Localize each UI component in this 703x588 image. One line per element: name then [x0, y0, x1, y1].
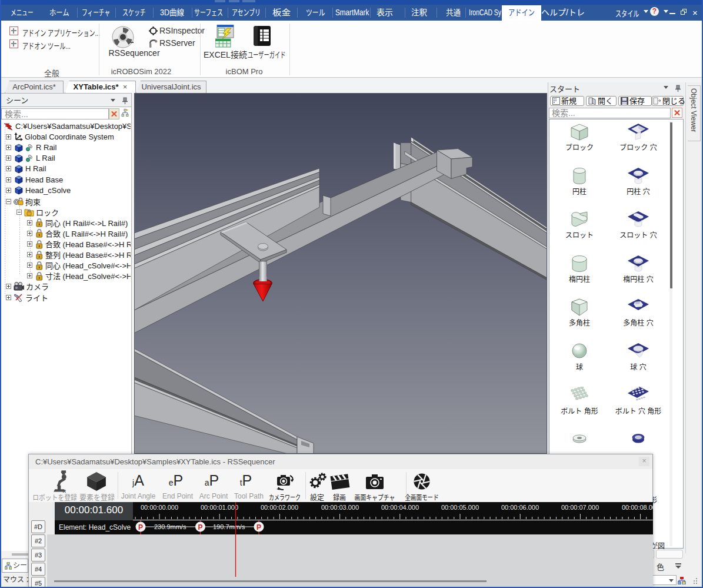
svg-text:00:00:06.000: 00:00:06.000 [501, 504, 539, 511]
svg-text:00:00:04.000: 00:00:04.000 [381, 504, 419, 511]
svg-text:00:00:07.000: 00:00:07.000 [561, 504, 599, 511]
svg-text:P: P [138, 523, 143, 531]
svg-text:00:00:05.000: 00:00:05.000 [441, 504, 479, 511]
svg-text:190.7mm/s: 190.7mm/s [213, 523, 245, 530]
svg-text:P: P [198, 523, 202, 531]
svg-text:00:00:00.000: 00:00:00.000 [141, 504, 178, 511]
svg-text:P: P [256, 523, 261, 531]
svg-text:230.9mm/s: 230.9mm/s [154, 523, 186, 530]
svg-text:00:00:01.000: 00:00:01.000 [201, 504, 238, 511]
svg-text:00:00:03.000: 00:00:03.000 [321, 504, 359, 511]
svg-text:00:00:02.000: 00:00:02.000 [261, 504, 298, 511]
svg-text:00:00:08.000: 00:00:08.000 [622, 504, 653, 511]
